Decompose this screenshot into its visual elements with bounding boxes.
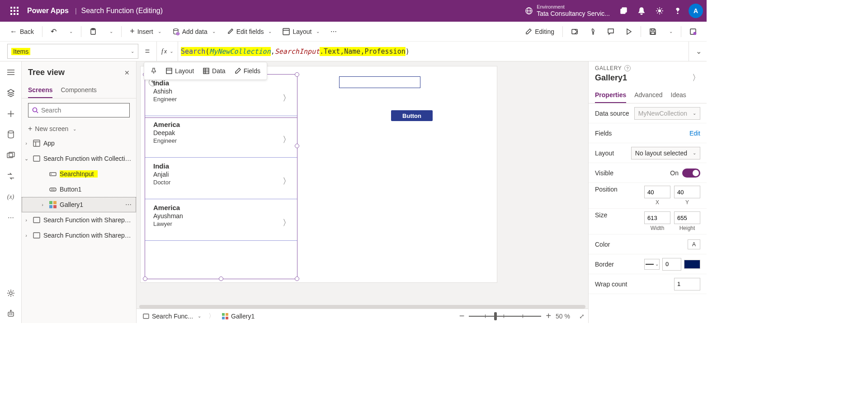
rail-hamburger-icon[interactable] xyxy=(2,63,20,81)
tab-ideas[interactable]: Ideas xyxy=(671,88,686,103)
undo-button[interactable]: ↶ xyxy=(46,24,61,39)
canvas-button1[interactable]: Button xyxy=(391,110,433,121)
editing-mode-button[interactable]: Editing xyxy=(520,24,559,39)
position-x-input[interactable] xyxy=(644,186,670,198)
position-y-input[interactable] xyxy=(674,186,700,198)
breadcrumb-screen[interactable]: Search Func...⌄ xyxy=(140,313,204,320)
environment-picker[interactable]: Environment Tata Consultancy Servic... xyxy=(525,4,614,18)
fx-label[interactable]: fx⌄ xyxy=(156,42,178,61)
wrap-count-input[interactable] xyxy=(674,278,700,290)
rail-flows-icon[interactable] xyxy=(2,167,20,185)
undo-more-button[interactable]: ⌄ xyxy=(63,24,77,39)
comments-icon[interactable] xyxy=(603,24,619,39)
paste-button[interactable] xyxy=(85,24,101,39)
datasource-select[interactable]: MyNewCollection⌄ xyxy=(634,107,700,120)
app-checker-icon[interactable] xyxy=(585,24,601,39)
edit-fields-button[interactable]: Edit fields⌄ xyxy=(222,24,277,39)
avatar[interactable]: A xyxy=(689,4,703,18)
paste-more-button[interactable]: ⌄ xyxy=(103,24,118,39)
size-height-input[interactable] xyxy=(674,211,700,224)
rail-virtual-agent-icon[interactable] xyxy=(2,305,20,323)
gallery-item[interactable]: IndiaAnjaliDoctor〉 xyxy=(145,158,297,199)
tree-row[interactable]: ›Gallery1 xyxy=(22,197,136,212)
svg-rect-61 xyxy=(33,217,40,223)
zoom-in-button[interactable]: + xyxy=(546,311,551,321)
canvas-stage[interactable]: Layout Data Fields ✎ IndiaAshishEngineer… xyxy=(140,66,497,283)
layout-select[interactable]: No layout selected⌄ xyxy=(631,147,700,159)
formula-input[interactable]: Search(MyNewCollection, SearchInput.Text… xyxy=(178,42,689,61)
rail-variables-icon[interactable]: (x) xyxy=(2,188,20,206)
mini-layout-button[interactable]: Layout xyxy=(162,64,198,78)
copy-stack-icon[interactable] xyxy=(614,2,632,20)
tree-row[interactable]: AbButton1 xyxy=(22,182,136,197)
chevron-right-icon[interactable]: 〉 xyxy=(283,134,291,145)
help-tip-icon[interactable]: ? xyxy=(624,65,631,71)
new-screen-button[interactable]: +New screen⌄ xyxy=(22,122,136,136)
border-width-input[interactable] xyxy=(662,258,681,271)
tree-search[interactable] xyxy=(28,103,130,117)
tree-item-label: Search Function with Sharepoint Part 2 xyxy=(43,232,132,239)
breadcrumb-gallery[interactable]: Gallery1 xyxy=(219,313,257,320)
fields-edit-link[interactable]: Edit xyxy=(689,130,700,137)
tab-advanced[interactable]: Advanced xyxy=(634,88,662,103)
help-icon[interactable] xyxy=(669,2,687,20)
canvas-searchinput[interactable] xyxy=(339,76,420,88)
tab-components[interactable]: Components xyxy=(61,83,96,98)
tree-row[interactable]: ⌄Search Function with Collection xyxy=(22,151,136,166)
zoom-slider[interactable] xyxy=(469,316,541,317)
mini-data-button[interactable]: Data xyxy=(199,64,229,78)
properties-expand-icon[interactable]: 〉 xyxy=(692,72,700,83)
size-width-input[interactable] xyxy=(644,211,670,224)
save-button[interactable] xyxy=(645,24,661,39)
layout-button[interactable]: Layout⌄ xyxy=(278,24,324,39)
notifications-icon[interactable] xyxy=(632,2,651,20)
tree-row[interactable]: ›Search Function with Sharepoint Part 1 xyxy=(22,212,136,228)
rail-insert-icon[interactable] xyxy=(2,105,20,123)
rail-settings-icon[interactable] xyxy=(2,284,20,302)
tree-item-label: SearchInput xyxy=(60,170,132,178)
settings-icon[interactable] xyxy=(651,2,669,20)
border-color-swatch[interactable] xyxy=(684,260,700,269)
svg-rect-4 xyxy=(14,10,15,12)
border-style-select[interactable]: ⌄ xyxy=(644,259,660,270)
svg-rect-53 xyxy=(50,173,56,176)
rail-data-icon[interactable] xyxy=(2,126,20,144)
publish-button[interactable] xyxy=(685,24,701,39)
tree-row[interactable]: ›App xyxy=(22,136,136,151)
chevron-right-icon[interactable]: 〉 xyxy=(283,93,291,103)
horizontal-scrollbar[interactable] xyxy=(139,305,585,309)
app-launcher-icon[interactable] xyxy=(4,0,25,22)
visible-toggle[interactable] xyxy=(682,169,700,178)
preview-button[interactable] xyxy=(621,24,637,39)
zoom-out-button[interactable]: − xyxy=(459,311,465,321)
search-input[interactable] xyxy=(41,107,126,114)
formula-expand-button[interactable]: ⌄ xyxy=(689,42,707,61)
property-selector[interactable]: Items⌄ xyxy=(7,44,138,59)
chevron-right-icon[interactable]: 〉 xyxy=(283,176,291,187)
rail-tree-view-icon[interactable] xyxy=(2,84,20,102)
gallery-item[interactable]: IndiaAshishEngineer〉 xyxy=(145,75,297,116)
svg-rect-49 xyxy=(33,140,40,146)
svg-rect-1 xyxy=(14,7,15,9)
tab-properties[interactable]: Properties xyxy=(595,88,626,103)
file-title: Search Function (Editing) xyxy=(81,7,163,15)
tab-screens[interactable]: Screens xyxy=(28,83,52,98)
rail-media-icon[interactable] xyxy=(2,146,20,164)
insert-button[interactable]: +Insert⌄ xyxy=(125,24,166,39)
more-commands-button[interactable]: ⋯ xyxy=(326,24,341,39)
tree-row[interactable]: SearchInput xyxy=(22,166,136,182)
rail-more-icon[interactable]: ⋯ xyxy=(2,209,20,227)
fit-to-screen-icon[interactable]: ⤢ xyxy=(579,313,585,320)
save-more-button[interactable]: ⌄ xyxy=(663,24,677,39)
share-button[interactable] xyxy=(566,24,583,39)
add-data-button[interactable]: Add data⌄ xyxy=(168,24,220,39)
color-swatch[interactable]: A xyxy=(688,239,700,249)
back-button[interactable]: ←Back xyxy=(5,24,38,39)
mini-fields-button[interactable]: Fields xyxy=(231,64,264,78)
chevron-right-icon[interactable]: 〉 xyxy=(283,217,291,228)
gallery-item[interactable]: AmericaDeepakEngineer〉 xyxy=(145,116,297,158)
gallery-item[interactable]: AmericaAyushmanLawyer〉 xyxy=(145,199,297,241)
tree-row[interactable]: ›Search Function with Sharepoint Part 2 xyxy=(22,228,136,243)
close-icon[interactable]: ✕ xyxy=(124,69,130,76)
pin-icon[interactable] xyxy=(147,64,160,78)
